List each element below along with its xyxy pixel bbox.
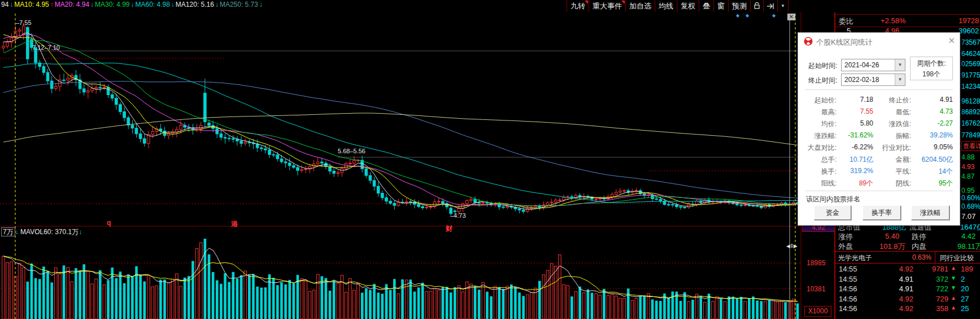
tape-row: 14:564.92729▲27	[835, 295, 980, 304]
stat-value: -31.62%	[838, 131, 873, 139]
info-label: 外盘	[838, 242, 853, 252]
clipped-value: 7.07	[961, 212, 975, 221]
tape-volume: 729	[914, 295, 948, 303]
tape-direction-icon: ▲	[951, 304, 956, 311]
ma-segment: MA10: 4.95	[14, 1, 49, 8]
tape-time: 14:56	[839, 284, 857, 293]
clipped-value: 4.87	[961, 173, 974, 180]
stat-label: 阳线:	[803, 179, 837, 188]
clipped-value: 0.95	[961, 187, 974, 195]
clipped-value: 14234	[961, 83, 980, 90]
stat-value: 6204.50亿	[912, 155, 953, 165]
info-label: 涨停	[838, 232, 853, 242]
stat-label: 最高:	[803, 107, 837, 117]
rank-button-涨跌幅[interactable]: 涨跌幅	[911, 205, 949, 220]
stat-label: 起始价:	[803, 96, 837, 105]
clipped-value: 91775	[961, 71, 980, 79]
toolbar-button-加自选[interactable]: 加自选	[626, 0, 655, 12]
stat-label: 换手:	[803, 167, 837, 176]
tape-price: 4.92	[886, 295, 913, 303]
tape-volume: 722	[914, 284, 948, 293]
stat-value: 39.28%	[912, 131, 953, 139]
period-count-frame: 周期个数: 198个	[910, 57, 953, 80]
tape-price: 4.91	[886, 275, 913, 283]
dialog-title: 个股K线区间统计	[816, 37, 873, 48]
stat-value: 14个	[912, 167, 953, 176]
ma-segment: MA20: 4.94	[55, 1, 89, 8]
ma-segment: ↓	[130, 1, 134, 8]
ma-segment: ↑	[50, 1, 54, 8]
period-count-label: 周期个数:	[911, 59, 952, 68]
tape-direction-icon: ▲	[951, 265, 956, 271]
stat-label: 均价:	[803, 119, 837, 129]
tape-direction-icon: ▲	[951, 295, 956, 301]
mavol-segment: MAVOL60: 370.1万	[20, 228, 79, 236]
toolbar-button-窗[interactable]: 窗	[714, 0, 729, 12]
chevron-down-icon[interactable]: ▼	[895, 74, 905, 85]
volume-indicator-label: 7万↓ MAVOL60: 370.1万↓	[1, 227, 82, 237]
trading-app-window: { "top_bar": { "ma_segments": [ {"t":"94…	[0, 0, 980, 319]
tape-time: 14:56	[839, 304, 857, 313]
info-value: 98.11万	[957, 242, 980, 252]
peer-compare-cell[interactable]: 同行业比较	[935, 252, 980, 263]
tape-extra: 189	[961, 265, 973, 273]
tape-volume: 9781	[914, 265, 948, 273]
clipped-value: 77849	[961, 131, 980, 139]
tape-row: 14:564.92358▲25	[835, 304, 980, 314]
stat-value: 10.71亿	[838, 155, 873, 165]
end-date-label: 终止时间:	[808, 76, 837, 85]
tape-volume: 358	[914, 304, 948, 313]
toolbar-button-叠[interactable]: 叠	[699, 0, 714, 12]
stat-value: 89个	[838, 179, 873, 188]
end-date-select[interactable]: 2022-02-18 ▼	[841, 74, 905, 86]
toolbar-button-重大事件[interactable]: 重大事件	[589, 0, 626, 12]
tape-extra: 20	[961, 284, 969, 293]
clipped-value: 64624	[961, 50, 980, 58]
dialog-close-icon[interactable]: ✕	[948, 36, 955, 46]
volume-unit-label: X1000	[804, 306, 831, 317]
period-count-value: 198个	[911, 70, 952, 79]
top-bar: 94↓MA10: 4.95↑MA20: 4.94↓MA30: 4.99↓MA60…	[0, 0, 980, 12]
rank-button-换手率[interactable]: 换手率	[863, 205, 901, 220]
info-value: 4.42	[961, 232, 975, 240]
tape-direction-icon: ▼	[951, 284, 956, 291]
stat-label: 涨跌值:	[877, 119, 911, 129]
tape-extra: 27	[961, 295, 969, 303]
stat-value: -2.27	[912, 119, 953, 127]
toolbar-button-预测[interactable]: 预测	[729, 0, 751, 12]
toolbar-caret-icon[interactable]: ▼	[778, 0, 789, 12]
stat-label: 平线:	[877, 167, 911, 176]
sector-cell[interactable]: 光学光电子 0.63%	[835, 252, 935, 263]
next-page-icon[interactable]	[764, 0, 778, 12]
lock-icon[interactable]	[751, 0, 764, 12]
divider	[805, 89, 953, 90]
start-date-select[interactable]: 2021-04-26 ▼	[841, 59, 905, 71]
toolbar-button-复权[interactable]: 复权	[677, 0, 699, 12]
info-row: 涨停5.40跌停4.42	[835, 232, 980, 241]
chevron-down-icon[interactable]: ▼	[895, 59, 905, 71]
toolbar-button-九转[interactable]: 九转	[567, 0, 589, 12]
clipped-value: 86892	[961, 108, 980, 116]
stat-value: 5.80	[838, 119, 873, 127]
close-markers-icon[interactable]: ✕	[787, 14, 795, 20]
info-value: 1647亿	[960, 222, 980, 232]
tape-price: 4.91	[886, 284, 913, 293]
ma-segment: ↓	[90, 1, 94, 8]
tape-row: 14:554.91372▼2	[835, 275, 980, 284]
toolbar-button-均线[interactable]: 均线	[655, 0, 677, 12]
stat-label: 行业对比:	[877, 143, 911, 153]
tape-time: 14:55	[839, 265, 857, 273]
h-scrollbar[interactable]: ◀‖▶	[786, 243, 798, 249]
ma-segment: ↓	[10, 1, 13, 8]
tape-volume: 372	[914, 275, 948, 283]
stat-value: 4.73	[912, 107, 953, 115]
kline-volume-chart[interactable]	[0, 0, 834, 319]
end-date-value: 2022-02-18	[844, 76, 879, 84]
view-detail-link[interactable]: 查看详细	[961, 141, 980, 151]
stat-label: 大盘对比:	[803, 143, 837, 153]
rank-button-资金[interactable]: 资金	[814, 205, 851, 220]
weibi-value: +2.58%	[881, 16, 905, 25]
stat-label: 总手:	[803, 155, 837, 165]
clipped-value: 96128	[961, 97, 980, 105]
stat-label: 阴线:	[877, 179, 911, 188]
